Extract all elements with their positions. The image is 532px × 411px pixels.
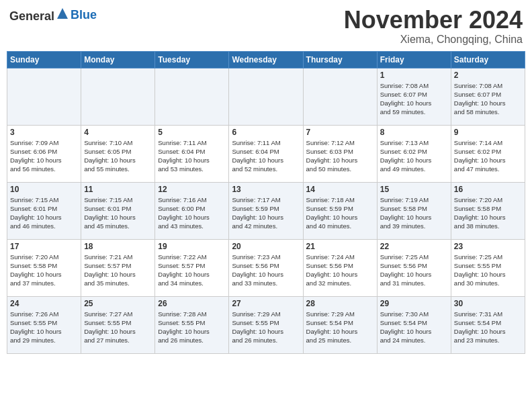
day-number: 23 <box>454 242 522 251</box>
weekday-header: Tuesday <box>155 51 229 68</box>
calendar-day-cell <box>81 68 155 125</box>
calendar-day-cell <box>229 68 303 125</box>
location-title: Xiema, Chongqing, China <box>344 34 523 46</box>
day-number: 6 <box>232 128 300 137</box>
calendar-day-cell: 3Sunrise: 7:09 AMSunset: 6:06 PMDaylight… <box>7 125 81 182</box>
day-number: 10 <box>10 185 78 194</box>
calendar-day-cell: 5Sunrise: 7:11 AMSunset: 6:04 PMDaylight… <box>155 125 229 182</box>
day-number: 18 <box>84 242 152 251</box>
calendar-day-cell <box>303 68 377 125</box>
calendar-day-cell: 10Sunrise: 7:15 AMSunset: 6:01 PMDayligh… <box>7 182 81 239</box>
title-block: November 2024 Xiema, Chongqing, China <box>344 7 523 46</box>
logo-icon <box>56 7 69 20</box>
calendar-day-cell: 9Sunrise: 7:14 AMSunset: 6:02 PMDaylight… <box>451 125 525 182</box>
calendar-day-cell: 27Sunrise: 7:29 AMSunset: 5:55 PMDayligh… <box>229 296 303 353</box>
month-title: November 2024 <box>344 7 523 34</box>
calendar-day-cell: 29Sunrise: 7:30 AMSunset: 5:54 PMDayligh… <box>377 296 451 353</box>
day-number: 15 <box>380 185 448 194</box>
day-info: Sunrise: 7:25 AMSunset: 5:55 PMDaylight:… <box>454 253 522 288</box>
day-info: Sunrise: 7:29 AMSunset: 5:54 PMDaylight:… <box>306 310 374 345</box>
calendar-header-row: SundayMondayTuesdayWednesdayThursdayFrid… <box>7 51 525 68</box>
calendar-day-cell: 8Sunrise: 7:13 AMSunset: 6:02 PMDaylight… <box>377 125 451 182</box>
day-info: Sunrise: 7:26 AMSunset: 5:55 PMDaylight:… <box>10 310 78 345</box>
calendar-table: SundayMondayTuesdayWednesdayThursdayFrid… <box>7 51 525 354</box>
weekday-header: Saturday <box>451 51 525 68</box>
logo: General Blue <box>9 7 97 24</box>
weekday-header: Monday <box>81 51 155 68</box>
day-number: 1 <box>380 71 448 80</box>
weekday-header: Wednesday <box>229 51 303 68</box>
calendar-day-cell: 6Sunrise: 7:11 AMSunset: 6:04 PMDaylight… <box>229 125 303 182</box>
calendar-day-cell: 15Sunrise: 7:19 AMSunset: 5:58 PMDayligh… <box>377 182 451 239</box>
calendar-day-cell: 1Sunrise: 7:08 AMSunset: 6:07 PMDaylight… <box>377 68 451 125</box>
calendar-day-cell: 16Sunrise: 7:20 AMSunset: 5:58 PMDayligh… <box>451 182 525 239</box>
calendar-day-cell <box>7 68 81 125</box>
day-info: Sunrise: 7:22 AMSunset: 5:57 PMDaylight:… <box>158 253 226 288</box>
day-info: Sunrise: 7:20 AMSunset: 5:58 PMDaylight:… <box>10 253 78 288</box>
day-info: Sunrise: 7:20 AMSunset: 5:58 PMDaylight:… <box>454 195 522 231</box>
day-info: Sunrise: 7:11 AMSunset: 6:04 PMDaylight:… <box>232 138 300 174</box>
day-info: Sunrise: 7:30 AMSunset: 5:54 PMDaylight:… <box>380 310 448 345</box>
day-info: Sunrise: 7:15 AMSunset: 6:01 PMDaylight:… <box>10 195 78 231</box>
day-number: 29 <box>380 299 448 308</box>
day-number: 14 <box>306 185 374 194</box>
weekday-header: Thursday <box>303 51 377 68</box>
weekday-header: Friday <box>377 51 451 68</box>
day-info: Sunrise: 7:29 AMSunset: 5:55 PMDaylight:… <box>232 310 300 345</box>
day-info: Sunrise: 7:12 AMSunset: 6:03 PMDaylight:… <box>306 138 374 174</box>
day-info: Sunrise: 7:08 AMSunset: 6:07 PMDaylight:… <box>454 81 522 117</box>
calendar-day-cell: 30Sunrise: 7:31 AMSunset: 5:54 PMDayligh… <box>451 296 525 353</box>
calendar-day-cell: 26Sunrise: 7:28 AMSunset: 5:55 PMDayligh… <box>155 296 229 353</box>
calendar-week-row: 1Sunrise: 7:08 AMSunset: 6:07 PMDaylight… <box>7 68 525 125</box>
day-number: 12 <box>158 185 226 194</box>
day-info: Sunrise: 7:27 AMSunset: 5:55 PMDaylight:… <box>84 310 152 345</box>
day-number: 9 <box>454 128 522 137</box>
calendar-day-cell: 21Sunrise: 7:24 AMSunset: 5:56 PMDayligh… <box>303 239 377 296</box>
logo-general: General <box>9 9 54 23</box>
day-info: Sunrise: 7:13 AMSunset: 6:02 PMDaylight:… <box>380 138 448 174</box>
day-number: 25 <box>84 299 152 308</box>
calendar-day-cell: 17Sunrise: 7:20 AMSunset: 5:58 PMDayligh… <box>7 239 81 296</box>
calendar-week-row: 10Sunrise: 7:15 AMSunset: 6:01 PMDayligh… <box>7 182 525 239</box>
day-info: Sunrise: 7:23 AMSunset: 5:56 PMDaylight:… <box>232 253 300 288</box>
day-info: Sunrise: 7:08 AMSunset: 6:07 PMDaylight:… <box>380 81 448 117</box>
calendar-day-cell: 22Sunrise: 7:25 AMSunset: 5:56 PMDayligh… <box>377 239 451 296</box>
calendar-week-row: 3Sunrise: 7:09 AMSunset: 6:06 PMDaylight… <box>7 125 525 182</box>
day-number: 21 <box>306 242 374 251</box>
day-number: 4 <box>84 128 152 137</box>
calendar-day-cell: 28Sunrise: 7:29 AMSunset: 5:54 PMDayligh… <box>303 296 377 353</box>
day-info: Sunrise: 7:15 AMSunset: 6:01 PMDaylight:… <box>84 195 152 231</box>
day-info: Sunrise: 7:19 AMSunset: 5:58 PMDaylight:… <box>380 195 448 231</box>
calendar-day-cell: 19Sunrise: 7:22 AMSunset: 5:57 PMDayligh… <box>155 239 229 296</box>
day-number: 3 <box>10 128 78 137</box>
day-info: Sunrise: 7:10 AMSunset: 6:05 PMDaylight:… <box>84 138 152 174</box>
day-info: Sunrise: 7:24 AMSunset: 5:56 PMDaylight:… <box>306 253 374 288</box>
day-number: 2 <box>454 71 522 80</box>
calendar-day-cell: 18Sunrise: 7:21 AMSunset: 5:57 PMDayligh… <box>81 239 155 296</box>
day-number: 22 <box>380 242 448 251</box>
day-number: 19 <box>158 242 226 251</box>
calendar-week-row: 24Sunrise: 7:26 AMSunset: 5:55 PMDayligh… <box>7 296 525 353</box>
day-info: Sunrise: 7:17 AMSunset: 5:59 PMDaylight:… <box>232 195 300 231</box>
day-number: 16 <box>454 185 522 194</box>
calendar-day-cell: 24Sunrise: 7:26 AMSunset: 5:55 PMDayligh… <box>7 296 81 353</box>
day-info: Sunrise: 7:28 AMSunset: 5:55 PMDaylight:… <box>158 310 226 345</box>
day-number: 8 <box>380 128 448 137</box>
calendar-day-cell: 2Sunrise: 7:08 AMSunset: 6:07 PMDaylight… <box>451 68 525 125</box>
logo-blue: Blue <box>71 8 97 21</box>
day-info: Sunrise: 7:11 AMSunset: 6:04 PMDaylight:… <box>158 138 226 174</box>
weekday-header: Sunday <box>7 51 81 68</box>
calendar-day-cell: 13Sunrise: 7:17 AMSunset: 5:59 PMDayligh… <box>229 182 303 239</box>
day-number: 20 <box>232 242 300 251</box>
day-number: 27 <box>232 299 300 308</box>
calendar-day-cell: 7Sunrise: 7:12 AMSunset: 6:03 PMDaylight… <box>303 125 377 182</box>
calendar-day-cell: 12Sunrise: 7:16 AMSunset: 6:00 PMDayligh… <box>155 182 229 239</box>
day-number: 28 <box>306 299 374 308</box>
day-info: Sunrise: 7:16 AMSunset: 6:00 PMDaylight:… <box>158 195 226 231</box>
calendar-day-cell: 20Sunrise: 7:23 AMSunset: 5:56 PMDayligh… <box>229 239 303 296</box>
day-info: Sunrise: 7:18 AMSunset: 5:59 PMDaylight:… <box>306 195 374 231</box>
day-number: 11 <box>84 185 152 194</box>
day-info: Sunrise: 7:31 AMSunset: 5:54 PMDaylight:… <box>454 310 522 345</box>
day-number: 24 <box>10 299 78 308</box>
day-number: 30 <box>454 299 522 308</box>
